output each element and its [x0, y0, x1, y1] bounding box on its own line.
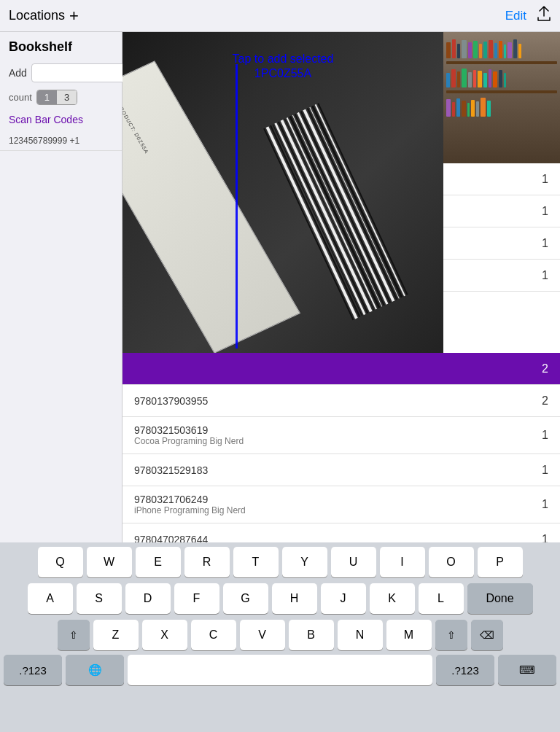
key-v[interactable]: V — [240, 620, 285, 650]
keyboard-bottom-row: .?123 🌐 .?123 ⌨ — [0, 652, 560, 688]
add-row: Add — [0, 59, 122, 87]
keyboard: Q W E R T Y U I O P A S D F G H J K L Do… — [0, 542, 560, 732]
key-n[interactable]: N — [338, 620, 383, 650]
bookshelf-sim — [443, 32, 560, 122]
right-row-2: 1 — [443, 195, 560, 227]
key-e[interactable]: E — [136, 547, 181, 577]
scan-prompt: Tap to add selected — [122, 52, 443, 66]
key-u[interactable]: U — [331, 547, 376, 577]
barcode-item: 123456789999 +1 — [0, 131, 122, 151]
key-h[interactable]: H — [272, 583, 317, 614]
right-row-4: 1 — [443, 260, 560, 292]
key-z[interactable]: Z — [93, 620, 139, 650]
key-m[interactable]: M — [386, 620, 432, 650]
edit-button[interactable]: Edit — [505, 9, 526, 23]
list-area: 2 9780137903955 2 9780321503619 Cocoa Pr… — [122, 353, 560, 542]
list-row-info: 9780321503619 Cocoa Programing Big Nerd — [134, 424, 526, 446]
key-l[interactable]: L — [419, 583, 464, 614]
list-row-title: iPhone Programing Big Nerd — [134, 505, 526, 515]
share-icon[interactable] — [537, 6, 551, 26]
count-seg-1[interactable]: 1 — [37, 90, 57, 104]
count-value-2: 1 — [542, 205, 548, 218]
list-row-isbn: 9780470287644 — [134, 534, 526, 543]
keyboard-row-3: ⇧ Z X C V B N M ⇧ ⌫ — [0, 615, 560, 652]
count-value-3: 1 — [542, 237, 548, 250]
list-row-info: 9780137903955 — [134, 395, 526, 407]
globe-key[interactable]: 🌐 — [66, 655, 124, 685]
key-x[interactable]: X — [142, 620, 187, 650]
key-w[interactable]: W — [87, 547, 132, 577]
list-row-count: 1 — [526, 429, 548, 442]
list-row[interactable]: 9780470287644 1 — [122, 523, 560, 542]
list-row-title: Cocoa Programing Big Nerd — [134, 436, 526, 446]
count-row: count 1 3 — [0, 87, 122, 108]
list-row[interactable]: 9780321529183 1 — [122, 454, 560, 486]
scan-code: 1PC0Z55A — [122, 67, 443, 80]
done-button[interactable]: Done — [467, 583, 533, 614]
key-r[interactable]: R — [184, 547, 230, 577]
right-row-3: 1 — [443, 227, 560, 260]
count-seg-3[interactable]: 3 — [57, 90, 77, 104]
list-row-isbn: 9780321706249 — [134, 494, 526, 505]
key-o[interactable]: O — [429, 547, 474, 577]
list-row-count: 1 — [526, 464, 548, 477]
shift-key-left[interactable]: ⇧ — [58, 620, 90, 650]
key-q[interactable]: Q — [38, 547, 83, 577]
product-paper: (P) PRODUCT: D0Z55A — [122, 61, 300, 353]
space-key[interactable] — [128, 655, 432, 685]
count-value-1: 1 — [542, 173, 548, 186]
list-row-isbn: 9780321503619 — [134, 424, 526, 436]
list-row[interactable]: 2 — [122, 353, 560, 385]
key-t[interactable]: T — [233, 547, 279, 577]
key-y[interactable]: Y — [282, 547, 327, 577]
keyboard-icon-key[interactable]: ⌨ — [498, 655, 556, 685]
key-p[interactable]: P — [478, 547, 523, 577]
delete-key[interactable]: ⌫ — [471, 620, 503, 650]
scanner-image: (P) PRODUCT: D0Z55A T — [122, 32, 443, 353]
num-key-right[interactable]: .?123 — [436, 655, 494, 685]
count-label: count — [9, 92, 32, 103]
list-row-info: 9780321706249 iPhone Programing Big Nerd — [134, 494, 526, 515]
key-a[interactable]: A — [28, 583, 73, 614]
list-row-isbn: 9780137903955 — [134, 395, 526, 407]
list-row-count: 1 — [526, 533, 548, 543]
add-label: Add — [9, 67, 27, 79]
list-row[interactable]: 9780137903955 2 — [122, 385, 560, 417]
header-right: Edit — [505, 6, 551, 26]
key-d[interactable]: D — [125, 583, 171, 614]
num-key[interactable]: .?123 — [4, 655, 62, 685]
list-row[interactable]: 9780321706249 iPhone Programing Big Nerd… — [122, 486, 560, 523]
key-c[interactable]: C — [191, 620, 236, 650]
right-row-1: 1 — [443, 163, 560, 195]
scanner-overlay[interactable]: (P) PRODUCT: D0Z55A T — [122, 32, 443, 353]
list-row-info: 9780321529183 — [134, 464, 526, 476]
list-row-info: 9780470287644 — [134, 534, 526, 543]
key-b[interactable]: B — [289, 620, 334, 650]
key-g[interactable]: G — [223, 583, 268, 614]
product-text: (P) PRODUCT: D0Z55A — [122, 93, 149, 155]
list-row-count: 2 — [526, 394, 548, 408]
scan-bar-codes-button[interactable]: Scan Bar Codes — [9, 114, 113, 125]
count-segment: 1 3 — [36, 90, 77, 105]
list-row[interactable]: 9780321503619 Cocoa Programing Big Nerd … — [122, 417, 560, 454]
locations-title: Locations — [9, 8, 65, 23]
key-k[interactable]: K — [370, 583, 415, 614]
count-value-4: 1 — [542, 269, 548, 282]
list-row-count: 2 — [526, 362, 548, 375]
add-location-button[interactable]: + — [69, 7, 79, 26]
key-s[interactable]: S — [77, 583, 122, 614]
key-j[interactable]: J — [321, 583, 366, 614]
list-row-count: 1 — [526, 498, 548, 511]
keyboard-row-2: A S D F G H J K L Done — [0, 579, 560, 615]
scan-line — [236, 64, 238, 349]
list-row-isbn: 9780321529183 — [134, 464, 526, 476]
header: Locations + Edit — [0, 0, 560, 32]
left-panel: Bookshelf Add count 1 3 Scan Bar Codes 1… — [0, 32, 122, 542]
key-f[interactable]: F — [174, 583, 219, 614]
bookshelf-image — [443, 32, 560, 163]
right-top-panel — [443, 32, 560, 163]
key-i[interactable]: I — [380, 547, 425, 577]
shift-key-right[interactable]: ⇧ — [435, 620, 467, 650]
bookshelf-title: Bookshelf — [0, 32, 122, 59]
keyboard-row-1: Q W E R T Y U I O P — [0, 542, 560, 579]
